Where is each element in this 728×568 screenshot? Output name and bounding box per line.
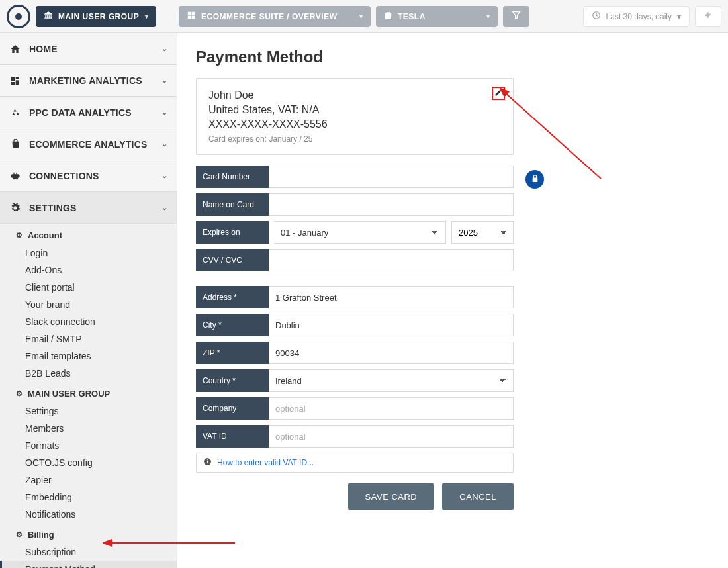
sidebar-item-label: MARKETING ANALYTICS [29, 75, 142, 86]
sidebar-item-label: PPC DATA ANALYTICS [29, 107, 132, 118]
sidebar-item-ecommerce[interactable]: ECOMMERCE ANALYTICS ⌄ [0, 128, 177, 160]
input-name-on-card[interactable] [269, 193, 514, 216]
card-location: United States, VAT: N/A [208, 104, 501, 116]
sidebar-sub-zapier[interactable]: Zapier [0, 471, 177, 489]
svg-rect-0 [188, 12, 191, 15]
chevron-down-icon: ⌄ [161, 44, 167, 53]
gear-icon: ⚙ [16, 389, 23, 398]
date-range-selector[interactable]: Last 30 days, daily ▾ [583, 6, 690, 27]
svg-rect-2 [188, 16, 191, 19]
label-name-on-card: Name on Card [196, 193, 269, 216]
sidebar-item-marketing[interactable]: MARKETING ANALYTICS ⌄ [0, 65, 177, 97]
input-cvv[interactable] [269, 249, 514, 271]
info-icon [203, 457, 212, 468]
sidebar-sub-client-portal[interactable]: Client portal [0, 279, 177, 296]
suite-selector[interactable]: ECOMMERCE SUITE / OVERVIEW ▾ [179, 6, 371, 27]
gear-icon: ⚙ [16, 530, 23, 539]
svg-rect-5 [11, 77, 15, 81]
label-country: Country * [196, 369, 269, 392]
secure-lock-badge [525, 170, 544, 189]
filter-button[interactable] [503, 6, 529, 27]
sidebar-sub-subscription[interactable]: Subscription [0, 544, 177, 561]
sidebar-sub-members[interactable]: Members [0, 420, 177, 437]
chevron-down-icon: ⌄ [161, 140, 167, 148]
chevron-down-icon: ▾ [677, 12, 681, 21]
sidebar-sub-login[interactable]: Login [0, 244, 177, 261]
card-holder-name: John Doe [208, 89, 501, 101]
input-city[interactable] [269, 314, 514, 336]
label-expires-on: Expires on [196, 221, 269, 244]
sidebar-item-connections[interactable]: CONNECTIONS ⌄ [0, 160, 177, 192]
bank-icon [44, 11, 53, 22]
label-vat: VAT ID [196, 425, 269, 448]
sidebar-sub-email-templates[interactable]: Email templates [0, 348, 177, 365]
bolt-button[interactable] [695, 6, 721, 27]
select-country[interactable]: Ireland [269, 369, 514, 392]
saved-card-box: John Doe United States, VAT: N/A XXXX-XX… [196, 78, 514, 155]
sidebar-sub-email-smtp[interactable]: Email / SMTP [0, 330, 177, 348]
svg-rect-10 [207, 461, 208, 463]
card-expiry: Card expires on: January / 25 [208, 134, 501, 144]
chevron-down-icon: ▾ [486, 13, 490, 20]
sidebar-sub-embedding[interactable]: Embedding [0, 489, 177, 506]
gear-icon [9, 203, 21, 213]
sidebar-sub-notifications[interactable]: Notifications [0, 506, 177, 523]
user-group-label: MAIN USER GROUP [58, 12, 139, 21]
chevron-down-icon: ⌄ [161, 203, 167, 212]
sidebar-sub-slack[interactable]: Slack connection [0, 313, 177, 330]
svg-rect-1 [192, 12, 195, 15]
sidebar-group-main-user-group: ⚙ MAIN USER GROUP [0, 382, 177, 402]
sidebar-sub-settings[interactable]: Settings [0, 402, 177, 420]
input-zip[interactable] [269, 342, 514, 364]
sidebar-item-settings[interactable]: SETTINGS ⌄ [0, 192, 177, 224]
svg-rect-6 [16, 77, 19, 79]
sidebar-sub-payment-method[interactable]: Payment Method [0, 561, 177, 568]
bag-icon [384, 11, 392, 22]
dashboard-icon [9, 75, 21, 86]
sidebar-group-label: Billing [28, 530, 54, 540]
sidebar-sub-formats[interactable]: Formats [0, 437, 177, 454]
edit-card-button[interactable] [492, 87, 505, 100]
vat-info-link[interactable]: How to enter valid VAT ID... [217, 458, 314, 467]
sidebar-sub-octojs[interactable]: OCTO.JS config [0, 454, 177, 471]
input-company[interactable] [269, 397, 514, 420]
brand-selector[interactable]: TESLA ▾ [376, 6, 498, 27]
card-masked: XXXX-XXXX-XXXX-5556 [208, 118, 501, 130]
label-address: Address * [196, 286, 269, 308]
label-city: City * [196, 314, 269, 336]
plug-icon [9, 171, 21, 181]
svg-rect-8 [11, 82, 15, 85]
topbar: MAIN USER GROUP ▾ ECOMMERCE SUITE / OVER… [0, 0, 728, 33]
cancel-button[interactable]: CANCEL [442, 483, 514, 510]
svg-rect-3 [192, 16, 195, 19]
lock-icon [531, 174, 539, 185]
sidebar-sub-b2b[interactable]: B2B Leads [0, 365, 177, 382]
label-cvv: CVV / CVC [196, 249, 269, 271]
svg-rect-11 [207, 459, 208, 460]
input-card-number[interactable] [269, 166, 514, 188]
input-vat[interactable] [269, 425, 514, 448]
save-card-button[interactable]: SAVE CARD [348, 483, 435, 510]
chevron-down-icon: ⌄ [161, 76, 167, 85]
sidebar-group-label: Account [28, 230, 62, 240]
user-group-selector[interactable]: MAIN USER GROUP ▾ [36, 6, 156, 27]
page-title: Payment Method [196, 48, 709, 66]
analytics-icon [9, 107, 21, 118]
sidebar-item-label: CONNECTIONS [29, 171, 99, 181]
bolt-icon [704, 11, 713, 22]
sidebar-sub-your-brand[interactable]: Your brand [0, 296, 177, 313]
input-address[interactable] [269, 286, 514, 308]
sidebar-item-label: HOME [29, 44, 58, 54]
select-expiry-year[interactable]: 2025 [451, 221, 514, 244]
sidebar-item-ppc[interactable]: PPC DATA ANALYTICS ⌄ [0, 97, 177, 128]
sidebar-group-billing: ⚙ Billing [0, 523, 177, 544]
sidebar: HOME ⌄ MARKETING ANALYTICS ⌄ PPC DATA AN… [0, 33, 177, 568]
select-expiry-month[interactable]: 01 - January [274, 221, 446, 244]
chevron-down-icon: ▾ [145, 13, 149, 20]
sidebar-sub-addons[interactable]: Add-Ons [0, 261, 177, 279]
label-card-number: Card Number [196, 166, 269, 188]
bag-icon [9, 139, 21, 149]
filter-icon [511, 10, 522, 23]
sidebar-item-label: ECOMMERCE ANALYTICS [29, 139, 148, 150]
sidebar-item-home[interactable]: HOME ⌄ [0, 33, 177, 65]
